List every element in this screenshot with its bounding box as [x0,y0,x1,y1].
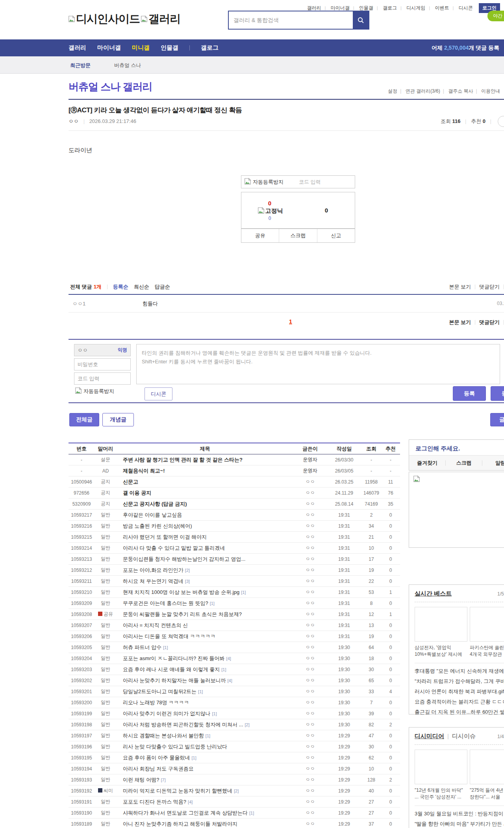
post-author[interactable]: ㅇㅇ [293,620,327,631]
post-author[interactable]: ㅇㅇ [293,763,327,774]
post-category[interactable]: 일반 [94,697,117,708]
utility-link-dcgame[interactable]: 디시게임 [406,5,425,11]
post-category[interactable]: 일반 [94,576,117,587]
post-title-link[interactable]: 리사 눈맞 다맞출수 있다고 빌드업중 난리났다 [117,741,293,752]
post-category[interactable]: 일반 [94,686,117,697]
comment-password-field[interactable] [74,358,131,370]
media-list-item[interactable]: "딸을 향한 아빠의 마음" 부가티가 만든 세상 [415,819,504,828]
post-author[interactable]: ㅇㅇ [293,499,327,510]
post-title-link[interactable]: 하시요 겜할때는 본성나와서 불만함[1] [117,730,293,741]
best-thumbnail-caption-1[interactable]: 삼성전자, '영업익 10%+특별보상' 제시에 [415,644,467,658]
post-title-link[interactable]: 이런 채팅 어떰?[7] [117,774,293,785]
media-thumbnail-1[interactable] [415,750,467,784]
post-category[interactable]: 일반 [94,774,117,785]
scrap-link[interactable]: 스크랩 [445,460,482,466]
post-author[interactable]: ㅇㅇ [293,708,327,719]
post-author[interactable]: ㅇㅇ [293,554,327,565]
post-author[interactable]: ㅇㅇ [293,697,327,708]
post-author[interactable]: ㅇㅇ [293,510,327,521]
post-author[interactable]: ㅇㅇ [293,686,327,697]
media-thumbnail-caption-2[interactable]: "275억 들여 4년 무료 개장한다"... 서울 [470,787,504,800]
post-category[interactable]: 일반 [94,808,117,819]
related-galleries-link[interactable]: 연관 갤러리(3/6) [406,88,440,94]
post-author[interactable]: ㅇㅇ [293,576,327,587]
post-title-link[interactable]: 포포는 asmr이 ㅈㄴ꼴리다니까? 진짜 들어봐[4] [117,653,293,664]
post-title-link[interactable]: 포포도 디진다 돈까스 먹음?[4] [117,796,293,808]
post-author[interactable]: ㅇㅇ [293,598,327,609]
breadcrumb-recent-visits[interactable]: 최근방문 [70,62,91,69]
post-title-link[interactable]: 신문고 [117,476,293,487]
post-title-link[interactable]: 문둥이십련들 청자수 해방하는날인거 감지하고 영업... [117,554,293,565]
usage-guide-link[interactable]: 이용안내 [481,88,500,94]
write-post-button[interactable]: 글쓰기 [490,413,504,426]
post-title-link[interactable]: 하시요 쳐 우는연기 역겹네[3] [117,576,293,587]
main-nav-person[interactable]: 인물갤 [161,44,178,52]
post-category[interactable]: 일반 [94,719,117,730]
post-author[interactable]: ㅇㅇ [293,521,327,532]
post-title-link[interactable]: 샤워하다가 화나서 면도날로 그인걸로 계속 상담받는다[1] [117,808,293,819]
post-category[interactable]: 설문 [94,454,117,465]
post-author[interactable]: ㅇㅇ [293,609,327,620]
utility-link-minor[interactable]: 마이너갤 [331,5,350,11]
post-title-link[interactable]: 요즘 후야 폼이 아주 물올랐네[1] [117,752,293,763]
close-comments-link[interactable]: 댓글닫기 [479,283,500,290]
post-author[interactable]: ㅇㅇ [293,487,327,499]
post-author[interactable]: ㅇㅇ [293,565,327,576]
post-author[interactable]: ㅇㅇ [293,642,327,653]
post-category[interactable]: AD [94,465,117,476]
post-category[interactable]: 일반 [94,642,117,653]
comment-submit-button-secondary[interactable]: 등록 [491,386,504,401]
main-nav-gallery[interactable]: 갤러리 [69,44,86,52]
post-title-link[interactable]: 무쿠로건은 아는데 홍스더는 뭔 뜻임?[1] [117,598,293,609]
post-title-link[interactable]: 방금 노출된 카린 신의상(헤어) [117,521,293,532]
post-author[interactable]: ㅇㅇ [293,476,327,487]
tab-dcissue[interactable]: 디시이슈 [452,733,476,739]
downvote-area[interactable]: 0 [298,192,355,228]
all-posts-button[interactable]: 전체글 [69,413,99,426]
tab-dcmedia[interactable]: 디시미디어 [415,733,444,739]
media-thumbnail-2[interactable] [470,750,504,784]
main-nav-mini-active[interactable]: 미니갤 [132,44,150,52]
post-author[interactable]: ㅇㅇ [293,774,327,785]
media-list-item[interactable]: 3월 30일 월요일 비트코인 : 반등지점이 다가 [415,809,504,819]
post-title-link[interactable]: 아리사 처럼 방송하면 피곤하긴할듯 청자에 미쳐서 ...[2] [117,719,293,730]
view-post-link[interactable]: 본문 보기 [449,319,471,326]
post-category[interactable]: 일반 [94,620,117,631]
post-category[interactable]: 일반 [94,554,117,565]
post-title-link[interactable]: 포포는 아야,화요 라인인가[2] [117,565,293,576]
post-options-button[interactable] [498,116,504,127]
post-author[interactable]: ㅇㅇ [293,653,327,664]
sort-replies[interactable]: 답글순 [155,283,170,290]
alerts-link[interactable]: 알림 [482,460,504,466]
post-author[interactable]: ㅇㅇ [293,631,327,642]
media-thumbnail-caption-1[interactable]: "12년 6개월 만의 바닥" ... 국민주 '삼성전자' ... [415,787,467,800]
post-category[interactable]: 일반 [94,708,117,719]
best-thumbnail-1[interactable] [415,607,467,642]
post-category[interactable]: 일반 [94,532,117,543]
search-input[interactable] [229,11,353,29]
comment-captcha-code-field[interactable] [74,372,131,385]
post-title-link[interactable]: 미라이 억지로 디돈먹고 눈동자 맞히기 할뻔했네[2] [117,785,293,796]
utility-link-gallog[interactable]: 갤로그 [383,5,397,11]
share-button[interactable]: 공유 [241,229,279,242]
post-title-link[interactable]: 아리사 회장님 저도 구독권좀요 [117,763,293,774]
post-author[interactable]: ㅇㅇ [69,118,79,124]
post-author[interactable]: ㅇㅇ [293,719,327,730]
post-author[interactable]: ㅇㅇ [293,730,327,741]
best-thumbnail-2[interactable] [470,607,504,642]
post-author[interactable]: ㅇㅇ [293,808,327,819]
utility-link-dccon[interactable]: 디시콘 [459,5,473,11]
post-title-link[interactable]: 리오나 노래방 78명 ㅋㅋㅋㅋ [117,697,293,708]
post-author[interactable]: ㅇㅇ [293,741,327,752]
post-author[interactable]: ㅇㅇ [293,532,327,543]
post-title-link[interactable]: 리사야 했던거 또 할꺼면 이걸 해야지 [117,532,293,543]
main-nav-minor[interactable]: 마이너갤 [97,44,121,52]
best-list-item[interactable]: "차라리 트럼프가 접수해달라, 그게 쿠바 살 [415,676,504,687]
main-nav-gallog[interactable]: 갤로그 [201,44,219,52]
search-button[interactable] [353,11,369,29]
comment-textarea[interactable]: 타인의 권리를 침해하거나 명예를 훼손하는 댓글은 운영원칙 및 관련 법률에… [136,344,500,384]
post-author[interactable]: ㅇㅇ [293,785,327,796]
dccon-button[interactable]: 디시콘 [145,387,172,400]
post-title-link[interactable]: 제철음식이 최고~! [117,465,293,476]
post-category[interactable]: 공유 [94,609,117,620]
